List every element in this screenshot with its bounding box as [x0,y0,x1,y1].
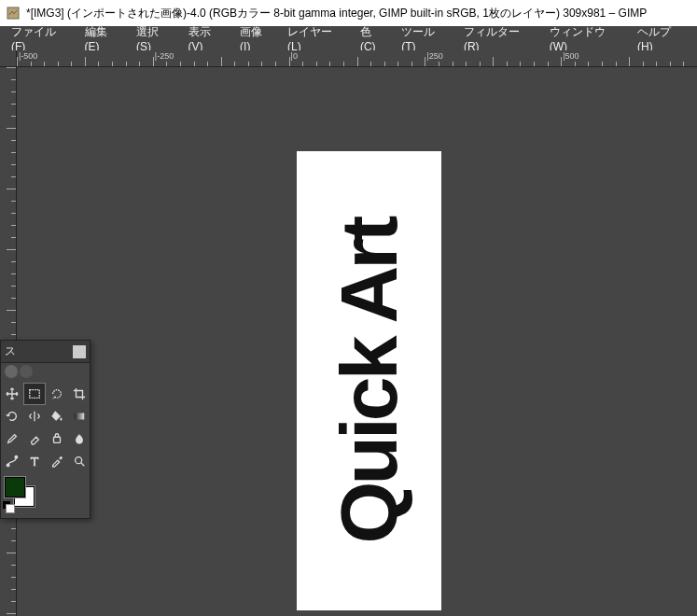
toolbox-tabs [1,363,90,382]
flip-tool-icon[interactable] [24,406,45,427]
canvas-area: |-500|-250|0|250|500|750 Quick Art ス [0,50,697,616]
zoom-tool-icon[interactable] [69,451,90,471]
svg-point-6 [75,457,81,464]
rotate-tool-icon[interactable] [2,406,22,427]
tool-tab-icon[interactable] [5,365,18,378]
menubar: ファイル(F) 編集(E) 選択(S) 表示(V) 画像(I) レイヤー(L) … [0,26,697,50]
tool-grid [1,382,90,473]
crop-tool-icon[interactable] [69,384,90,404]
document-canvas[interactable]: Quick Art [297,151,441,610]
toolbox-panel[interactable]: ス [0,340,91,519]
toolbox-title: ス [5,343,16,359]
close-icon[interactable] [73,345,86,358]
canvas-viewport[interactable]: Quick Art [17,67,697,616]
eraser-tool-icon[interactable] [24,428,45,449]
pencil-tool-icon[interactable] [2,428,22,449]
bucket-tool-icon[interactable] [47,406,67,427]
svg-point-4 [7,464,9,467]
smudge-tool-icon[interactable] [69,428,90,449]
clone-tool-icon[interactable] [47,428,67,449]
text-tool-icon[interactable] [24,451,45,471]
rect-select-tool-icon[interactable] [24,384,45,404]
ruler-horizontal[interactable]: |-500|-250|0|250|500|750 [17,50,697,67]
free-select-tool-icon[interactable] [47,384,67,404]
color-picker-tool-icon[interactable] [47,451,67,471]
color-swatches [1,473,90,518]
tool-tab-icon[interactable] [20,365,33,378]
svg-rect-2 [74,413,84,420]
default-colors-icon[interactable] [3,501,16,511]
path-tool-icon[interactable] [2,451,22,471]
logo-text: Quick Art [323,218,415,543]
move-tool-icon[interactable] [2,384,22,404]
gradient-tool-icon[interactable] [69,406,90,427]
app-icon [6,6,21,21]
window-title: *[IMG3] (インポートされた画像)-4.0 (RGBカラー 8-bit g… [26,6,647,21]
foreground-color-swatch[interactable] [5,477,25,497]
toolbox-header[interactable]: ス [1,341,90,363]
svg-rect-3 [53,437,60,442]
svg-point-5 [15,455,18,458]
ruler-corner [0,50,17,67]
svg-rect-1 [29,390,39,399]
